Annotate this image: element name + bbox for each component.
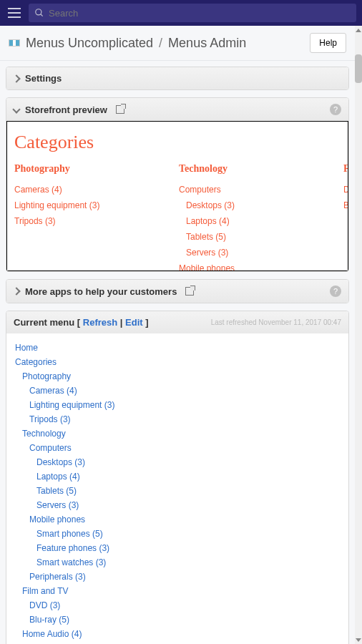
scroll-up-icon[interactable] [355,26,362,34]
settings-panel: Settings [6,67,349,90]
tree-link[interactable]: Smart phones (5) [15,527,340,541]
tree-link[interactable]: Photography [15,369,340,384]
tree-link[interactable]: Blu-ray (5) [15,613,340,627]
breadcrumb-app[interactable]: Menus Uncomplicated [26,36,153,51]
tree-link[interactable]: Categories [15,355,340,369]
category-link[interactable]: Tripods (3) [14,213,165,229]
tree-link[interactable]: Home Audio (4) [15,627,340,641]
storefront-title: Storefront preview [25,104,107,115]
current-menu-header: Current menu [ Refresh | Edit ] Last ref… [6,311,348,333]
tree-link[interactable]: Lighting equipment (3) [15,398,340,412]
tree-link[interactable]: Tripods (3) [15,412,340,426]
category-title[interactable]: Technology [179,163,329,175]
tree-link[interactable]: Blog [15,641,340,644]
moreapps-panel: More apps to help your customers ? [6,279,349,303]
popout-icon[interactable] [116,105,124,114]
tree-link[interactable]: Feature phones (3) [15,541,340,555]
category-link[interactable]: DVD [343,182,348,197]
preview-heading: Categories [14,132,341,153]
svg-point-0 [36,9,41,15]
menu-tree: HomeCategoriesPhotographyCameras (4)Ligh… [6,333,348,644]
topbar [0,0,362,26]
tree-link[interactable]: Desktops (3) [15,455,340,469]
scroll-down-icon[interactable] [355,635,362,644]
tree-link[interactable]: Film and TV [15,584,340,598]
search-box[interactable] [29,4,356,22]
category-link[interactable]: Blu-ray [343,197,348,213]
category-column: TechnologyComputersDesktops (3)Laptops (… [179,163,329,271]
category-link[interactable]: Laptops (4) [179,213,329,229]
svg-line-1 [41,14,43,16]
category-link[interactable]: Computers [179,182,329,197]
breadcrumb-row: Menus Uncomplicated / Menus Admin Help [0,26,355,61]
refresh-link[interactable]: Refresh [83,317,117,328]
hamburger-menu-icon[interactable] [6,4,23,21]
category-title[interactable]: Film and TV [343,163,348,175]
storefront-preview-body: Categories PhotographyCameras (4)Lightin… [6,121,348,271]
current-menu-panel: Current menu [ Refresh | Edit ] Last ref… [6,311,349,644]
tree-link[interactable]: Peripherals (3) [15,570,340,584]
tree-link[interactable]: Computers [15,441,340,455]
category-title[interactable]: Photography [14,163,165,175]
category-link[interactable]: Desktops (3) [179,197,329,213]
content-scroll: Menus Uncomplicated / Menus Admin Help S… [0,26,362,644]
settings-panel-header[interactable]: Settings [6,67,348,89]
breadcrumb-sep: / [159,36,162,51]
tree-link[interactable]: Cameras (4) [15,384,340,398]
search-input[interactable] [49,8,351,19]
category-column: Film and TVDVDBlu-ray [343,163,348,271]
storefront-panel: Storefront preview ? Categories Photogra… [6,97,349,272]
help-icon[interactable]: ? [330,104,341,115]
categories-row: PhotographyCameras (4)Lighting equipment… [14,163,341,271]
tree-link[interactable]: Tablets (5) [15,484,340,498]
tree-link[interactable]: Technology [15,426,340,441]
tree-link[interactable]: Servers (3) [15,498,340,512]
popout-icon[interactable] [185,287,194,296]
help-button[interactable]: Help [310,33,346,53]
chevron-down-icon [12,105,20,113]
moreapps-title: More apps to help your customers [25,286,177,297]
storefront-panel-header[interactable]: Storefront preview ? [6,98,348,121]
moreapps-panel-header[interactable]: More apps to help your customers ? [6,280,348,303]
chevron-right-icon [12,287,20,295]
tree-link[interactable]: Mobile phones [15,512,340,527]
chevron-right-icon [12,74,20,82]
category-link[interactable]: Cameras (4) [14,182,165,197]
category-link[interactable]: Servers (3) [179,245,329,260]
current-menu-label: Current menu [ Refresh | Edit ] [14,317,149,328]
content: Settings Storefront preview ? Categories… [0,61,355,644]
category-column: PhotographyCameras (4)Lighting equipment… [14,163,165,271]
tree-link[interactable]: Smart watches (3) [15,555,340,570]
tree-link[interactable]: Laptops (4) [15,469,340,484]
breadcrumb: Menus Uncomplicated / Menus Admin [9,36,246,51]
app-icon [9,39,20,47]
help-icon[interactable]: ? [330,286,341,297]
category-link[interactable]: Mobile phones [179,260,329,271]
settings-title: Settings [25,73,62,84]
category-link[interactable]: Lighting equipment (3) [14,197,165,213]
scroll-thumb[interactable] [355,54,362,83]
scrollbar[interactable] [355,26,362,644]
last-refreshed: Last refreshed November 11, 2017 00:47 [211,318,341,326]
search-icon [34,8,44,18]
breadcrumb-page[interactable]: Menus Admin [168,36,246,51]
tree-link[interactable]: DVD (3) [15,598,340,613]
category-link[interactable]: Tablets (5) [179,229,329,245]
edit-link[interactable]: Edit [125,317,143,328]
tree-link[interactable]: Home [15,341,340,355]
